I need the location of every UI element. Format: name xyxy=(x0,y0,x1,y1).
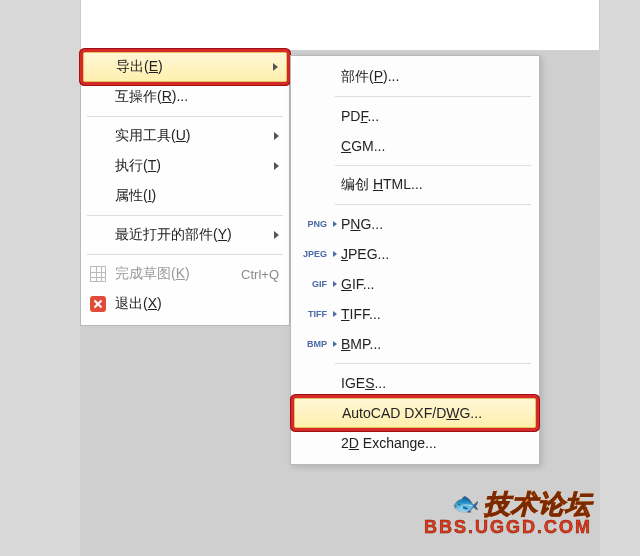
submenu-item-pdf[interactable]: PDF... xyxy=(291,101,539,131)
menu-shortcut: Ctrl+Q xyxy=(241,267,279,282)
submenu-label: CGM... xyxy=(341,138,529,154)
submenu-item-part[interactable]: 部件(P)... xyxy=(291,62,539,92)
menu-separator xyxy=(335,204,531,205)
chevron-right-icon xyxy=(274,231,279,239)
file-menu: 导出(E) 互操作(R)... 实用工具(U) 执行(T) 属性(I) 最 xyxy=(80,50,290,326)
submenu-label: 部件(P)... xyxy=(341,68,529,86)
blank-icon xyxy=(87,86,109,108)
triangle-icon xyxy=(333,281,337,287)
submenu-label: 2D Exchange... xyxy=(341,435,529,451)
menu-label: 属性(I) xyxy=(115,187,279,205)
watermark: 🐟 技术论坛 BBS.UGGD.COM xyxy=(424,490,592,538)
triangle-icon xyxy=(333,341,337,347)
triangle-icon xyxy=(333,311,337,317)
menu-separator xyxy=(335,96,531,97)
submenu-item-jpeg[interactable]: JPEG JPEG... xyxy=(291,239,539,269)
menu-separator xyxy=(335,165,531,166)
submenu-item-tiff[interactable]: TIFF TIFF... xyxy=(291,299,539,329)
export-submenu: 部件(P)... PDF... CGM... 编创 HTML... PNG PN… xyxy=(290,55,540,465)
menu-item-properties[interactable]: 属性(I) xyxy=(81,181,289,211)
menu-separator xyxy=(87,254,283,255)
menu-separator xyxy=(87,116,283,117)
menu-item-interop[interactable]: 互操作(R)... xyxy=(81,82,289,112)
submenu-item-iges[interactable]: IGES... xyxy=(291,368,539,398)
bmp-icon: BMP xyxy=(297,339,331,349)
grid-icon xyxy=(87,263,109,285)
submenu-label: IGES... xyxy=(341,375,529,391)
submenu-item-bmp[interactable]: BMP BMP... xyxy=(291,329,539,359)
app-content-background xyxy=(80,0,600,50)
submenu-label: JPEG... xyxy=(341,246,529,262)
triangle-icon xyxy=(333,251,337,257)
submenu-label: GIF... xyxy=(341,276,529,292)
watermark-line1: 🐟 技术论坛 xyxy=(424,490,592,519)
menu-label: 退出(X) xyxy=(115,295,279,313)
submenu-item-cgm[interactable]: CGM... xyxy=(291,131,539,161)
menu-label: 最近打开的部件(Y) xyxy=(115,226,268,244)
menu-item-execute[interactable]: 执行(T) xyxy=(81,151,289,181)
watermark-line2: BBS.UGGD.COM xyxy=(424,518,592,538)
tiff-icon: TIFF xyxy=(297,309,331,319)
submenu-item-gif[interactable]: GIF GIF... xyxy=(291,269,539,299)
gif-icon: GIF xyxy=(297,279,331,289)
fish-icon: 🐟 xyxy=(452,492,480,516)
chevron-right-icon xyxy=(274,162,279,170)
blank-icon xyxy=(87,185,109,207)
chevron-right-icon xyxy=(274,132,279,140)
menu-item-utilities[interactable]: 实用工具(U) xyxy=(81,121,289,151)
jpeg-icon: JPEG xyxy=(297,249,331,259)
chevron-right-icon xyxy=(273,63,278,71)
blank-icon xyxy=(87,155,109,177)
menu-item-export[interactable]: 导出(E) xyxy=(83,52,287,82)
menu-item-finish-sketch[interactable]: 完成草图(K) Ctrl+Q xyxy=(81,259,289,289)
menu-label: 导出(E) xyxy=(116,58,267,76)
menu-label: 实用工具(U) xyxy=(115,127,268,145)
submenu-label: TIFF... xyxy=(341,306,529,322)
submenu-item-autocad-dxf-dwg[interactable]: AutoCAD DXF/DWG... xyxy=(294,398,536,428)
close-icon xyxy=(87,293,109,315)
submenu-label: PNG... xyxy=(341,216,529,232)
menu-item-exit[interactable]: 退出(X) xyxy=(81,289,289,319)
menu-item-recent[interactable]: 最近打开的部件(Y) xyxy=(81,220,289,250)
submenu-label: PDF... xyxy=(341,108,529,124)
menu-label: 互操作(R)... xyxy=(115,88,279,106)
submenu-label: BMP... xyxy=(341,336,529,352)
submenu-item-png[interactable]: PNG PNG... xyxy=(291,209,539,239)
blank-icon xyxy=(87,224,109,246)
blank-icon xyxy=(87,125,109,147)
submenu-item-html[interactable]: 编创 HTML... xyxy=(291,170,539,200)
submenu-label: 编创 HTML... xyxy=(341,176,529,194)
png-icon: PNG xyxy=(297,219,331,229)
submenu-item-2d-exchange[interactable]: 2D Exchange... xyxy=(291,428,539,458)
submenu-label: AutoCAD DXF/DWG... xyxy=(342,405,528,421)
menu-label: 完成草图(K) xyxy=(115,265,233,283)
menu-separator xyxy=(335,363,531,364)
menu-label: 执行(T) xyxy=(115,157,268,175)
triangle-icon xyxy=(333,221,337,227)
menu-separator xyxy=(87,215,283,216)
export-icon xyxy=(88,56,110,78)
